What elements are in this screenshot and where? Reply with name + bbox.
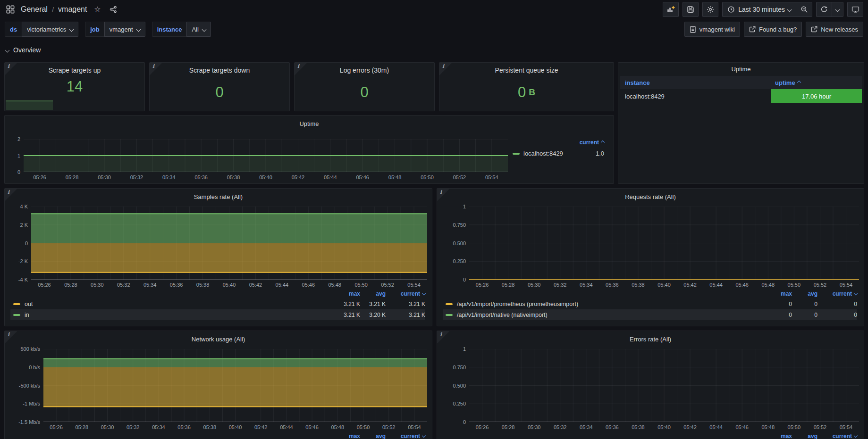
variable-job-label: job: [85, 22, 104, 37]
tv-kiosk-button[interactable]: [847, 2, 863, 17]
panel-title[interactable]: Scrape targets up: [49, 66, 101, 74]
plot-svg: [24, 139, 508, 172]
variable-ds-dropdown[interactable]: victoriametrics: [22, 22, 78, 37]
plot-area[interactable]: 05:2605:2805:3005:3205:3405:3605:3805:40…: [469, 207, 859, 288]
series-color-marker: [446, 303, 453, 305]
variable-instance-dropdown[interactable]: All: [186, 22, 211, 37]
table-row[interactable]: localhost:8429 17.06 hour: [620, 89, 862, 103]
add-panel-button[interactable]: [663, 2, 679, 17]
star-icon[interactable]: ☆: [92, 4, 103, 15]
x-tick-label: 05:30: [528, 424, 541, 430]
legend-sort-current[interactable]: current: [386, 433, 425, 439]
series-stat-current: 0: [817, 301, 857, 307]
refresh-interval-dropdown[interactable]: [832, 2, 843, 17]
panel-title[interactable]: Network usage (All): [9, 333, 427, 345]
breadcrumb-folder[interactable]: General: [21, 5, 48, 14]
breadcrumb[interactable]: General / vmagent: [21, 5, 87, 14]
column-header-instance[interactable]: instance: [620, 79, 771, 86]
x-tick-label: 05:34: [143, 282, 157, 288]
series-name: out: [25, 301, 33, 307]
legend-sort-max[interactable]: max: [762, 433, 792, 439]
legend-header: maxavgcurrent: [443, 289, 857, 298]
dashboard-settings-button[interactable]: [702, 2, 718, 17]
x-tick-label: 05:38: [632, 424, 645, 430]
legend-sort-current[interactable]: current: [513, 139, 607, 146]
series-current-value: 1.0: [596, 150, 607, 157]
y-tick-label: 0.500: [453, 383, 466, 389]
x-tick-label: 05:52: [381, 282, 394, 288]
legend-series-row[interactable]: out3.21 K3.21 K3.21 K: [10, 298, 425, 309]
x-tick-label: 05:28: [76, 424, 89, 430]
legend-sort-max[interactable]: max: [762, 290, 792, 297]
x-tick-label: 05:52: [814, 424, 827, 430]
panel-title[interactable]: Uptime: [9, 117, 609, 130]
y-tick-label: 500 kb/s: [20, 346, 40, 352]
x-tick-label: 05:30: [101, 424, 114, 430]
panel-info-icon[interactable]: i: [439, 63, 452, 75]
panel-title[interactable]: Requests rate (All): [442, 191, 859, 203]
column-header-uptime[interactable]: uptime: [771, 79, 862, 86]
series-stat-current: 3.21 K: [386, 312, 425, 318]
save-dashboard-button[interactable]: [683, 2, 699, 17]
panel-title[interactable]: Persistent queue size: [495, 66, 558, 74]
y-tick-label: -4 K: [18, 277, 28, 282]
sparkline: [6, 94, 53, 110]
plot-area[interactable]: 05:2605:2805:3005:3205:3405:3605:3805:40…: [24, 139, 508, 181]
link-label: vmagent wiki: [699, 26, 735, 33]
series-stat-current: 3.21 K: [386, 301, 425, 307]
legend-sort-max[interactable]: max: [330, 433, 360, 439]
legend-sort-avg[interactable]: avg: [360, 433, 386, 439]
legend-series-row[interactable]: localhost:84291.0: [513, 150, 607, 157]
legend-sort-current[interactable]: current: [386, 290, 425, 297]
plot-area[interactable]: 05:2605:2805:3005:3205:3405:3605:3805:40…: [469, 349, 859, 431]
x-tick-label: 05:48: [328, 282, 341, 288]
row-header-overview[interactable]: Overview: [6, 46, 41, 54]
panel-info-icon[interactable]: i: [150, 63, 162, 75]
x-tick-label: 05:46: [305, 424, 319, 430]
panel-info-icon[interactable]: i: [5, 63, 17, 75]
panel-title[interactable]: Samples rate (All): [9, 191, 427, 203]
dashboards-grid-icon[interactable]: [5, 4, 16, 15]
panel-title[interactable]: Log errors (30m): [340, 66, 389, 74]
clock-icon: [727, 6, 735, 13]
series-stat-avg: 3.21 K: [360, 301, 386, 307]
y-tick-label: 1: [463, 346, 466, 352]
x-tick-label: 05:28: [64, 282, 77, 288]
panel-title[interactable]: Scrape targets down: [189, 66, 250, 74]
share-icon[interactable]: [108, 4, 119, 15]
legend-sort-current[interactable]: current: [817, 433, 857, 439]
link-found-a-bug[interactable]: Found a bug?: [744, 22, 802, 37]
time-range-picker[interactable]: Last 30 minutes: [722, 2, 796, 17]
legend-sort-avg[interactable]: avg: [360, 290, 386, 297]
legend-series-row[interactable]: /api/v1/import/prometheus (prometheusimp…: [443, 298, 857, 309]
series-color-marker: [446, 314, 453, 316]
x-tick-label: 05:42: [683, 424, 697, 430]
x-tick-label: 05:50: [354, 282, 368, 288]
refresh-button[interactable]: [816, 2, 832, 17]
breadcrumb-dashboard-title[interactable]: vmagent: [58, 5, 87, 14]
x-tick-label: 05:42: [254, 424, 268, 430]
panel-info-icon[interactable]: i: [5, 189, 17, 201]
x-tick-label: 05:48: [388, 174, 402, 180]
link-vmagent-wiki[interactable]: vmagent wiki: [684, 22, 740, 37]
legend-sort-avg[interactable]: avg: [792, 290, 817, 297]
plot-area[interactable]: 05:2605:2805:3005:3205:3405:3605:3805:40…: [31, 207, 427, 288]
panel-info-icon[interactable]: i: [437, 331, 449, 343]
panel-info-icon[interactable]: i: [437, 189, 449, 201]
legend: maxavgcurrent: [442, 431, 859, 439]
panel-title[interactable]: Uptime: [618, 63, 864, 75]
legend-sort-avg[interactable]: avg: [792, 433, 817, 439]
panel-info-icon[interactable]: i: [5, 331, 17, 343]
y-tick-label: 0: [17, 169, 20, 175]
panel-title[interactable]: Errors rate (All): [442, 333, 859, 345]
legend-series-row[interactable]: in3.21 K3.20 K3.21 K: [10, 309, 425, 320]
variable-job-dropdown[interactable]: vmagent: [104, 22, 145, 37]
legend-sort-current[interactable]: current: [817, 290, 857, 297]
panel-info-icon[interactable]: i: [295, 63, 307, 75]
zoom-out-button[interactable]: [796, 2, 812, 17]
chevron-down-icon: [835, 7, 840, 12]
legend-series-row[interactable]: /api/v1/import/native (nativeimport)000: [443, 309, 857, 320]
legend-sort-max[interactable]: max: [330, 290, 360, 297]
plot-area[interactable]: 05:2605:2805:3005:3205:3405:3605:3805:40…: [43, 349, 427, 431]
link-new-releases[interactable]: New releases: [806, 22, 863, 37]
